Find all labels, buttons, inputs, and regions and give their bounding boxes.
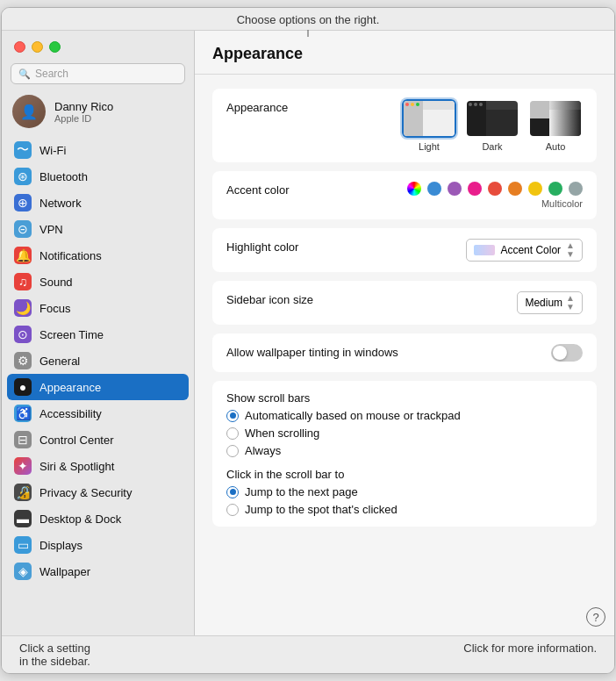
- sidebar-label-controlcenter: Control Center: [39, 434, 114, 447]
- sidebar-item-sound[interactable]: ♫Sound: [7, 269, 189, 295]
- content-wrapper: Appearance: [195, 75, 614, 635]
- sidebar-item-network[interactable]: ⊕Network: [7, 190, 189, 216]
- scroll-auto-label: Automatically based on mouse or trackpad: [245, 409, 461, 422]
- content-scroll: Appearance: [195, 75, 614, 635]
- sidebar-item-appearance[interactable]: ●Appearance: [7, 374, 189, 400]
- focus-icon: 🌙: [14, 299, 32, 317]
- scroll-bars-section: Show scroll bars Automatically based on …: [212, 381, 597, 527]
- sidebar-label-siri: Siri & Spotlight: [39, 460, 114, 473]
- content-area: Appearance Appearance: [195, 31, 614, 635]
- chevron-updown-icon: ▲▼: [566, 241, 575, 259]
- highlight-color-control: Accent Color ▲▼: [384, 239, 583, 262]
- scroll-always-radio[interactable]: [226, 445, 239, 457]
- click-next-page-radio[interactable]: [226, 486, 239, 498]
- click-scroll-radio-group: Jump to the next page Jump to the spot t…: [226, 485, 583, 516]
- appearance-option-dark[interactable]: Dark: [465, 99, 519, 152]
- sidebar-item-notifications[interactable]: 🔔Notifications: [7, 242, 189, 269]
- sidebar-item-displays[interactable]: ▭Displays: [7, 532, 189, 558]
- sidebar-item-siri[interactable]: ✦Siri & Spotlight: [7, 453, 189, 479]
- sidebar-label-wifi: Wi-Fi: [39, 144, 66, 157]
- appearance-icon: ●: [14, 378, 32, 396]
- bottom-left-annotation: Click a setting in the sidebar.: [19, 642, 90, 668]
- search-bar[interactable]: 🔍: [11, 63, 185, 84]
- appearance-option-light[interactable]: Light: [402, 99, 456, 152]
- sidebar-item-wifi[interactable]: 〜Wi-Fi: [7, 137, 189, 163]
- accent-green[interactable]: [548, 182, 562, 196]
- zoom-button[interactable]: [49, 41, 61, 53]
- sidebar-icon-size-row: Sidebar icon size Medium ▲▼: [212, 281, 597, 325]
- click-next-page-option[interactable]: Jump to the next page: [226, 485, 583, 498]
- appearance-label-auto: Auto: [546, 141, 566, 152]
- screentime-icon: ⊙: [14, 326, 32, 343]
- sidebar-item-bluetooth[interactable]: ⊛Bluetooth: [7, 163, 189, 190]
- chevron-updown-icon2: ▲▼: [566, 294, 575, 312]
- accent-color-group: Accent color: [212, 171, 597, 219]
- sidebar-label-displays: Displays: [39, 539, 82, 552]
- minimize-button[interactable]: [32, 41, 43, 53]
- accent-graphite[interactable]: [569, 182, 583, 196]
- accent-blue[interactable]: [427, 182, 441, 196]
- sidebar-label-focus: Focus: [39, 302, 70, 315]
- network-icon: ⊕: [14, 194, 32, 211]
- search-icon: 🔍: [18, 68, 31, 80]
- scroll-auto-radio[interactable]: [226, 410, 239, 422]
- sidebar-icon-size-label: Sidebar icon size: [226, 291, 384, 306]
- sidebar-item-desktop[interactable]: ▬Desktop & Dock: [7, 505, 189, 532]
- sidebar-item-privacy[interactable]: 🔏Privacy & Security: [7, 479, 189, 505]
- accent-pink[interactable]: [468, 182, 482, 196]
- sidebar-item-wallpaper[interactable]: ◈Wallpaper: [7, 558, 189, 584]
- close-button[interactable]: [14, 41, 25, 53]
- sidebar-icon-size-value: Medium: [525, 297, 562, 309]
- search-input[interactable]: [35, 68, 177, 80]
- sidebar-item-focus[interactable]: 🌙Focus: [7, 295, 189, 321]
- appearance-label-light: Light: [419, 141, 440, 152]
- sidebar-item-controlcenter[interactable]: ⊟Control Center: [7, 427, 189, 453]
- accent-orange[interactable]: [508, 182, 522, 196]
- scroll-scrolling-radio[interactable]: [226, 427, 239, 440]
- wallpaper-tinting-group: Allow wallpaper tinting in windows: [212, 333, 597, 372]
- sidebar-item-screentime[interactable]: ⊙Screen Time: [7, 321, 189, 348]
- highlight-color-button[interactable]: Accent Color ▲▼: [466, 239, 583, 262]
- wallpaper-tinting-row: Allow wallpaper tinting in windows: [212, 333, 597, 372]
- accent-multicolor[interactable]: [407, 182, 421, 196]
- content-title: Appearance: [212, 45, 597, 63]
- highlight-color-value: Accent Color: [500, 244, 561, 256]
- controlcenter-icon: ⊟: [14, 431, 32, 448]
- sidebar-label-bluetooth: Bluetooth: [39, 170, 88, 183]
- click-spot-radio[interactable]: [226, 504, 239, 516]
- wifi-icon: 〜: [14, 141, 32, 159]
- sidebar-item-general[interactable]: ⚙General: [7, 348, 189, 374]
- click-scroll-bar-label: Click in the scroll bar to: [226, 468, 583, 481]
- highlight-color-label: Highlight color: [226, 239, 384, 254]
- highlight-swatch: [474, 245, 495, 255]
- sound-icon: ♫: [14, 273, 32, 290]
- user-info: Danny Rico Apple ID: [54, 100, 113, 124]
- bluetooth-icon: ⊛: [14, 168, 32, 185]
- wallpaper-icon: ◈: [14, 563, 32, 580]
- wallpaper-tinting-control: [398, 344, 583, 362]
- content-header: Appearance: [195, 31, 614, 75]
- main-area: 🔍 👤 Danny Rico Apple ID 〜Wi-Fi⊛Bluetooth…: [2, 31, 614, 635]
- siri-icon: ✦: [14, 457, 32, 475]
- scroll-bars-radio-group: Automatically based on mouse or trackpad…: [226, 409, 583, 457]
- accessibility-icon: ♿: [14, 405, 32, 422]
- scroll-always-option[interactable]: Always: [226, 444, 583, 457]
- sidebar-item-vpn[interactable]: ⊝VPN: [7, 216, 189, 242]
- sidebar-label-vpn: VPN: [39, 223, 63, 236]
- sidebar-icon-size-dropdown[interactable]: Medium ▲▼: [517, 291, 583, 314]
- avatar: 👤: [12, 95, 46, 128]
- help-button[interactable]: ?: [586, 607, 605, 627]
- appearance-option-auto[interactable]: Auto: [528, 99, 583, 152]
- accent-red[interactable]: [488, 182, 502, 196]
- scroll-auto-option[interactable]: Automatically based on mouse or trackpad: [226, 409, 583, 422]
- accent-yellow[interactable]: [528, 182, 542, 196]
- sidebar-label-sound: Sound: [39, 276, 73, 289]
- sidebar-item-accessibility[interactable]: ♿Accessibility: [7, 400, 189, 427]
- scroll-scrolling-option[interactable]: When scrolling: [226, 427, 583, 440]
- click-spot-option[interactable]: Jump to the spot that's clicked: [226, 503, 583, 516]
- user-section[interactable]: 👤 Danny Rico Apple ID: [2, 90, 194, 135]
- wallpaper-tinting-toggle[interactable]: [551, 344, 583, 362]
- sidebar-list: 〜Wi-Fi⊛Bluetooth⊕Network⊝VPN🔔Notificatio…: [2, 135, 194, 635]
- appearance-label-dark: Dark: [482, 141, 502, 152]
- accent-purple[interactable]: [448, 182, 462, 196]
